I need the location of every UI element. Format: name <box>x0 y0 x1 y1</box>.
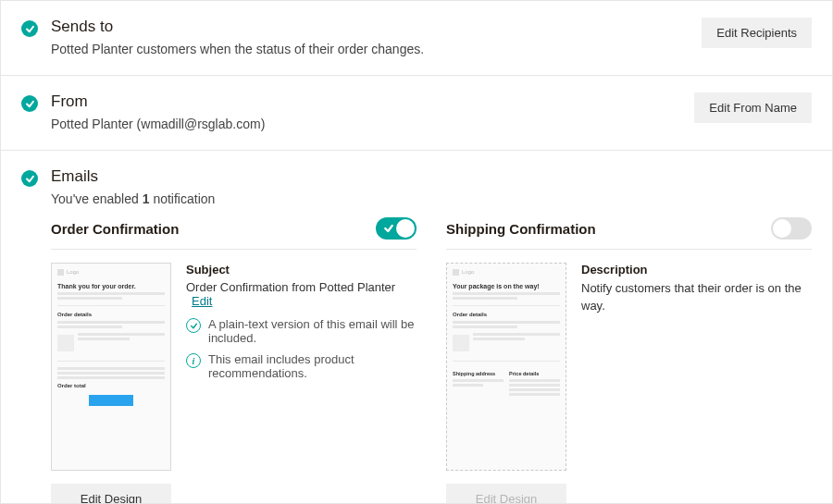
shipping-confirmation-title: Shipping Confirmation <box>446 221 596 237</box>
check-icon <box>21 170 38 187</box>
check-outline-icon <box>186 318 201 333</box>
edit-design-button[interactable]: Edit Design <box>51 484 171 504</box>
edit-from-name-button[interactable]: Edit From Name <box>694 92 812 123</box>
recommendations-note: i This email includes product recommenda… <box>186 352 416 380</box>
emails-list: Order Confirmation Logo Thank you for yo… <box>1 212 832 504</box>
info-icon: i <box>186 353 201 368</box>
sends-to-section: Sends to Potted Planter customers when t… <box>1 1 832 76</box>
order-confirmation-card: Order Confirmation Logo Thank you for yo… <box>51 212 416 504</box>
shipping-confirmation-card: Shipping Confirmation Logo Your package … <box>446 212 812 504</box>
emails-subtext: You've enabled 1 notification <box>51 191 812 206</box>
sends-to-subtext: Potted Planter customers when the status… <box>51 42 424 56</box>
order-confirmation-toggle[interactable] <box>376 217 416 240</box>
plaintext-note: A plain-text version of this email will … <box>186 317 416 345</box>
from-title: From <box>51 92 265 111</box>
description-value: Notify customers that their order is on … <box>581 280 812 315</box>
sends-to-title: Sends to <box>51 18 424 36</box>
edit-recipients-button[interactable]: Edit Recipients <box>702 18 812 48</box>
emails-section: Emails You've enabled 1 notification <box>1 151 832 212</box>
edit-subject-link[interactable]: Edit <box>192 294 212 308</box>
order-confirmation-preview[interactable]: Logo Thank you for your order. Order det… <box>51 263 171 471</box>
settings-page: Sends to Potted Planter customers when t… <box>0 0 833 504</box>
shipping-confirmation-preview[interactable]: Logo Your package is on the way! Order d… <box>446 263 566 471</box>
shipping-confirmation-toggle[interactable] <box>771 217 812 240</box>
from-section: From Potted Planter (wmadill@rsglab.com)… <box>1 76 832 151</box>
check-icon <box>21 95 38 112</box>
subject-label: Subject <box>186 263 416 277</box>
description-label: Description <box>581 263 812 277</box>
subject-value: Order Confirmation from Potted Planter E… <box>186 280 416 308</box>
from-subtext: Potted Planter (wmadill@rsglab.com) <box>51 117 265 131</box>
check-icon <box>21 20 38 37</box>
edit-design-button-disabled: Edit Design <box>446 484 566 504</box>
emails-title: Emails <box>51 167 812 186</box>
order-confirmation-title: Order Confirmation <box>51 221 179 237</box>
